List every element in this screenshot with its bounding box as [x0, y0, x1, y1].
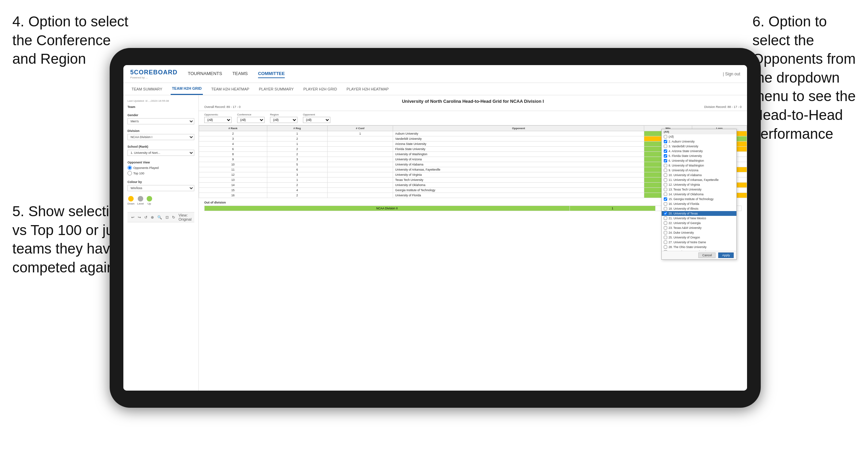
annotation-bottom-left: 5. Show selectionvs Top 100 or justteams…: [12, 202, 126, 277]
dropdown-checkbox[interactable]: [664, 183, 667, 186]
dropdown-item[interactable]: 18. University of Illinois: [662, 206, 736, 211]
sub-nav-team-summary[interactable]: TEAM SUMMARY: [130, 83, 164, 95]
radio-opponents-played-label: Opponents Played: [133, 166, 159, 170]
dropdown-checkbox[interactable]: [664, 135, 667, 138]
cell-reg: 1: [267, 131, 327, 136]
division-dropdown[interactable]: NCAA Division I: [127, 134, 194, 140]
radio-opponents-played[interactable]: Opponents Played: [127, 165, 194, 170]
apply-button[interactable]: Apply: [718, 253, 734, 258]
radio-top100-input[interactable]: [127, 171, 132, 175]
dropdown-checkbox[interactable]: [664, 197, 667, 201]
dropdown-checkbox[interactable]: [664, 149, 667, 153]
dropdown-item[interactable]: 4. Arizona State University: [662, 149, 736, 153]
legend-down-dot: [128, 196, 134, 201]
toolbar-redo[interactable]: ↪: [137, 215, 142, 220]
nav-signout[interactable]: | Sign out: [723, 72, 740, 76]
toolbar-grid[interactable]: ⊡: [164, 215, 170, 220]
dropdown-item[interactable]: 21. University of New Mexico: [662, 216, 736, 221]
dropdown-item[interactable]: 14. University of Oklahoma: [662, 192, 736, 197]
region-filter-select[interactable]: (All): [270, 117, 297, 123]
dropdown-checkbox[interactable]: [664, 173, 667, 177]
dropdown-item[interactable]: 15. Georgia Institute of Technology: [662, 197, 736, 201]
dropdown-item[interactable]: 12. University of Virginia: [662, 182, 736, 187]
school-dropdown[interactable]: 1. University of Nort...: [127, 150, 194, 156]
dropdown-checkbox[interactable]: [664, 250, 667, 251]
cancel-button[interactable]: Cancel: [698, 253, 716, 258]
dropdown-item[interactable]: 8. University of Washington: [662, 163, 736, 168]
dropdown-checkbox[interactable]: [664, 217, 667, 220]
dropdown-checkbox[interactable]: [664, 145, 667, 148]
dropdown-checkbox[interactable]: [664, 231, 667, 234]
sub-nav-h2h-grid[interactable]: TEAM H2H GRID: [171, 83, 203, 95]
dropdown-checkbox[interactable]: [664, 140, 667, 143]
dropdown-checkbox[interactable]: [664, 241, 667, 244]
dropdown-item[interactable]: 23. Texas A&M University: [662, 225, 736, 230]
dropdown-item[interactable]: 24. Duke University: [662, 230, 736, 235]
dropdown-checkbox[interactable]: [664, 245, 667, 249]
logo-sub: Powered by ...: [130, 76, 178, 79]
toolbar-back[interactable]: ↺: [143, 215, 148, 220]
legend-level-label: Level: [137, 202, 144, 205]
out-div-win: 1: [570, 206, 656, 211]
legend-up-label: Up: [147, 202, 151, 205]
dropdown-item[interactable]: 5. Florida State University: [662, 153, 736, 158]
dropdown-checkbox[interactable]: [664, 202, 667, 206]
dropdown-item[interactable]: 10. University of Alabama: [662, 173, 736, 177]
dropdown-checkbox[interactable]: [664, 169, 667, 172]
radio-opponents-played-input[interactable]: [127, 165, 132, 170]
dropdown-item-label: 21. University of New Mexico: [669, 217, 706, 220]
opponents-filter-select[interactable]: (All): [204, 117, 232, 123]
opponent-filter-select[interactable]: (All): [303, 117, 330, 123]
sub-nav-player-heatmap[interactable]: PLAYER H2H HEATMAP: [345, 83, 390, 95]
dropdown-item[interactable]: 11. University of Arkansas, Fayetteville: [662, 177, 736, 182]
cell-opponent: Vanderbilt University: [393, 136, 644, 142]
sub-nav-h2h-heatmap[interactable]: TEAM H2H HEATMAP: [210, 83, 250, 95]
dropdown-checkbox[interactable]: [664, 154, 667, 158]
main-content: Last Updated: 4/..../2024 16:55:38 Team …: [123, 95, 747, 391]
dropdown-item[interactable]: 25. University of Oregon: [662, 235, 736, 240]
dropdown-checkbox[interactable]: [664, 221, 667, 225]
colour-dropdown[interactable]: Win/loss: [127, 185, 194, 191]
dropdown-checkbox[interactable]: [664, 193, 667, 196]
dropdown-item[interactable]: 13. Texas Tech University: [662, 187, 736, 192]
gender-dropdown[interactable]: Men's: [127, 118, 194, 124]
dropdown-item[interactable]: 20. University of Texas: [662, 211, 736, 216]
dropdown-checkbox[interactable]: [664, 236, 667, 239]
dropdown-item[interactable]: 28. The Ohio State University: [662, 245, 736, 249]
dropdown-item[interactable]: (All): [662, 134, 736, 139]
cell-conf: [327, 162, 393, 167]
dropdown-item[interactable]: 9. University of Arizona: [662, 168, 736, 173]
radio-top100[interactable]: Top 100: [127, 171, 194, 175]
dropdown-item[interactable]: 3. Vanderbilt University: [662, 144, 736, 149]
dropdown-checkbox[interactable]: [664, 212, 667, 215]
dropdown-item[interactable]: 27. University of Notre Dame: [662, 240, 736, 245]
out-div-row: NCAA Division II 1 0: [205, 206, 742, 211]
toolbar-refresh[interactable]: ↻: [171, 215, 176, 220]
sub-nav-player-summary[interactable]: PLAYER SUMMARY: [257, 83, 295, 95]
dropdown-item[interactable]: 16. University of Florida: [662, 201, 736, 206]
dropdown-item[interactable]: 6. University of Washington: [662, 158, 736, 163]
nav-tournaments[interactable]: TOURNAMENTS: [188, 70, 222, 78]
overall-record: Overall Record: 89 - 17 - 0: [204, 105, 241, 109]
tablet-screen: 5COREBOARD Powered by ... TOURNAMENTS TE…: [123, 65, 747, 391]
cell-rank: 10: [199, 162, 267, 167]
conference-filter-select[interactable]: (All): [237, 117, 265, 123]
cell-rank: 3: [199, 136, 267, 142]
dropdown-item[interactable]: 2. Auburn University: [662, 139, 736, 144]
sub-nav-player-h2h-grid[interactable]: PLAYER H2H GRID: [302, 83, 338, 95]
dropdown-item[interactable]: 22. University of Georgia: [662, 221, 736, 225]
nav-teams[interactable]: TEAMS: [232, 70, 248, 78]
dropdown-checkbox[interactable]: [664, 178, 667, 182]
dropdown-checkbox[interactable]: [664, 226, 667, 230]
dropdown-checkbox[interactable]: [664, 164, 667, 167]
dropdown-checkbox[interactable]: [664, 188, 667, 191]
dropdown-list[interactable]: (All)2. Auburn University3. Vanderbilt U…: [662, 134, 736, 251]
radio-top100-label: Top 100: [133, 172, 144, 175]
toolbar-add[interactable]: ⊕: [150, 215, 155, 220]
nav-committee[interactable]: COMMITTEE: [258, 70, 285, 78]
dropdown-checkbox[interactable]: [664, 207, 667, 210]
toolbar-undo[interactable]: ↩: [130, 215, 135, 220]
dropdown-checkbox[interactable]: [664, 159, 667, 162]
toolbar-view[interactable]: View: Original: [178, 213, 193, 222]
toolbar-search[interactable]: 🔍: [156, 215, 163, 220]
